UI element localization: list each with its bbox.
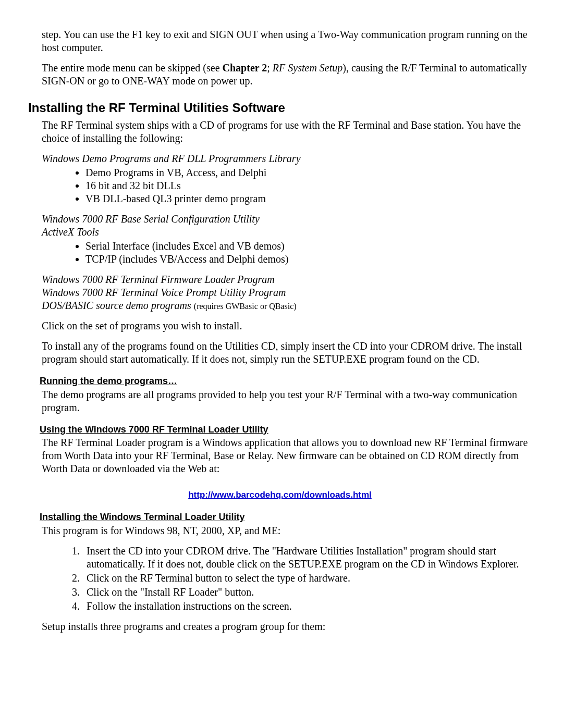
list-item: Click on the RF Terminal button to selec… (82, 572, 532, 585)
underlined-subheading: Running the demo programs… (40, 375, 532, 387)
text-run: DOS/BASIC source demo programs (42, 300, 194, 311)
section-heading: Installing the RF Terminal Utilities Sof… (28, 100, 532, 116)
small-note: (requires GWBasic or QBasic) (194, 302, 297, 311)
list-item: Click on the "Install RF Loader" button. (82, 586, 532, 599)
body-paragraph: To install any of the programs found on … (42, 340, 532, 366)
list-item: VB DLL-based QL3 printer demo program (85, 192, 532, 205)
underlined-subheading: Using the Windows 7000 RF Terminal Loade… (40, 424, 532, 436)
italic-line: DOS/BASIC source demo programs (requires… (42, 299, 532, 312)
italic-text: RF System Setup (273, 62, 342, 73)
list-item: Serial Interface (includes Excel and VB … (85, 240, 532, 253)
italic-block: Windows 7000 RF Terminal Firmware Loader… (28, 273, 532, 312)
italic-subheading: Windows 7000 RF Base Serial Configuratio… (42, 213, 532, 226)
download-link[interactable]: http://www.barcodehq.com/downloads.html (188, 490, 372, 500)
text-run: ; (267, 62, 273, 73)
list-item: Follow the installation instructions on … (82, 600, 532, 613)
underlined-subheading: Installing the Windows Terminal Loader U… (40, 511, 532, 523)
list-item: Demo Programs in VB, Access, and Delphi (85, 166, 532, 179)
italic-subheading: Windows Demo Programs and RF DLL Program… (42, 152, 532, 165)
body-paragraph: The entire mode menu can be skipped (see… (42, 61, 532, 88)
italic-line: Windows 7000 RF Terminal Voice Prompt Ut… (42, 286, 532, 299)
body-paragraph: The RF Terminal system ships with a CD o… (42, 119, 532, 145)
body-paragraph: Setup installs three programs and create… (42, 620, 532, 633)
body-paragraph: The demo programs are all programs provi… (42, 388, 532, 414)
body-paragraph: This program is for Windows 98, NT, 2000… (42, 524, 532, 537)
list-item: 16 bit and 32 bit DLLs (85, 179, 532, 192)
body-paragraph: step. You can use the F1 key to exit and… (42, 28, 532, 54)
bold-text: Chapter 2 (223, 62, 267, 73)
download-link-line: http://www.barcodehq.com/downloads.html (28, 488, 532, 501)
body-paragraph: The RF Terminal Loader program is a Wind… (42, 436, 532, 475)
italic-subheading: ActiveX Tools (42, 226, 532, 239)
list-item: Insert the CD into your CDROM drive. The… (82, 545, 532, 571)
bullet-list: Serial Interface (includes Excel and VB … (28, 240, 532, 266)
bullet-list: Demo Programs in VB, Access, and Delphi … (28, 166, 532, 205)
text-run: The entire mode menu can be skipped (see (42, 62, 223, 73)
numbered-list: Insert the CD into your CDROM drive. The… (28, 545, 532, 613)
italic-line: Windows 7000 RF Terminal Firmware Loader… (42, 273, 532, 286)
body-paragraph: Click on the set of programs you wish to… (42, 319, 532, 332)
list-item: TCP/IP (includes VB/Access and Delphi de… (85, 253, 532, 266)
